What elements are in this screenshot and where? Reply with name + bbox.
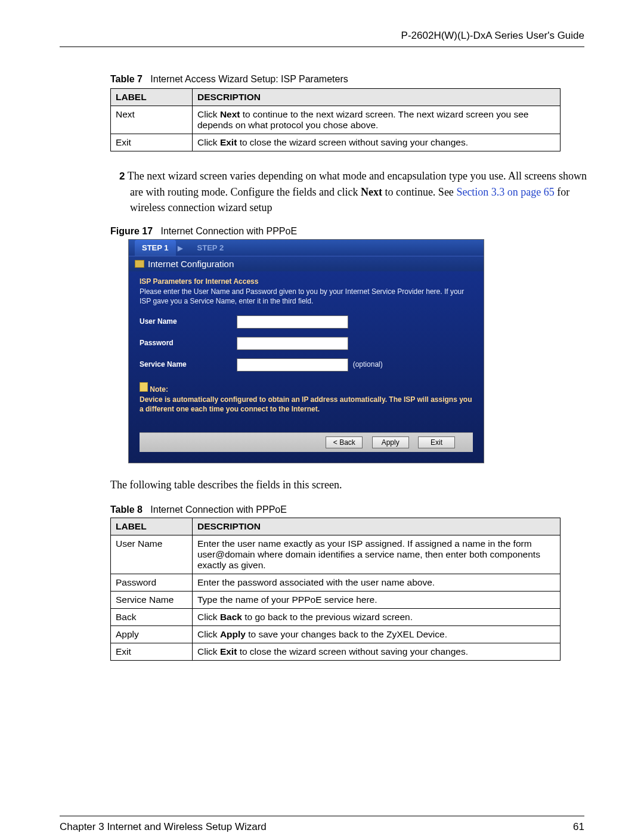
- header-title: P-2602H(W)(L)-DxA Series User's Guide: [60, 30, 584, 47]
- note-icon: [140, 382, 148, 392]
- wizard-screenshot: STEP 1▶STEP 2 Internet Configuration ISP…: [128, 239, 484, 463]
- isp-section-title: ISP Parameters for Internet Access: [140, 277, 473, 286]
- cell-desc: Click Exit to close the wizard screen wi…: [193, 134, 561, 151]
- optional-hint: (optional): [353, 360, 383, 368]
- footer-left: Chapter 3 Internet and Wireless Setup Wi…: [60, 821, 267, 833]
- figure17-title: Figure 17 Internet Connection with PPPoE: [110, 226, 584, 237]
- exit-button[interactable]: Exit: [418, 436, 455, 448]
- cell-desc: Click Next to continue to the next wizar…: [193, 106, 561, 134]
- table7-text: Internet Access Wizard Setup: ISP Parame…: [150, 74, 348, 84]
- cross-reference[interactable]: Section 3.3 on page 65: [456, 186, 554, 198]
- row-service: Service Name (optional): [140, 358, 473, 371]
- body-text: The following table describes the fields…: [110, 479, 584, 491]
- table-row: PasswordEnter the password associated wi…: [111, 574, 561, 591]
- note-block: Note: Device is automatically configured…: [140, 382, 473, 414]
- table8: LABEL DESCRIPTION User NameEnter the use…: [110, 518, 561, 661]
- step-2-tab: STEP 2: [190, 240, 231, 256]
- label-username: User Name: [140, 317, 235, 326]
- cell-label: Exit: [111, 134, 193, 151]
- table7-title: Table 7 Internet Access Wizard Setup: IS…: [110, 74, 584, 85]
- table7: LABEL DESCRIPTION Next Click Next to con…: [110, 88, 561, 151]
- para-num: 2: [119, 171, 125, 182]
- paragraph-2: 2 The next wizard screen varies dependin…: [119, 168, 589, 215]
- footer-rule: [60, 816, 584, 821]
- table-row: Next Click Next to continue to the next …: [111, 106, 561, 134]
- wizard-heading: Internet Configuration: [129, 256, 484, 271]
- th-desc: DESCRIPTION: [193, 89, 561, 106]
- apply-button[interactable]: Apply: [372, 436, 409, 448]
- table-row: Exit Click Exit to close the wizard scre…: [111, 134, 561, 151]
- step-1-tab: STEP 1: [135, 240, 176, 256]
- note-label: Note:: [150, 385, 168, 394]
- table-row: ApplyClick Apply to save your changes ba…: [111, 625, 561, 643]
- chevron-right-icon: ▶: [178, 244, 182, 252]
- wizard-step-bar: STEP 1▶STEP 2: [129, 240, 484, 256]
- isp-section-desc: Please enter the User Name and Password …: [140, 287, 473, 306]
- page: P-2602H(W)(L)-DxA Series User's Guide Ta…: [0, 0, 644, 833]
- label-service: Service Name: [140, 360, 235, 368]
- table8-title: Table 8 Internet Connection with PPPoE: [110, 504, 584, 515]
- table7-prefix: Table 7: [110, 74, 143, 84]
- header-rule: [60, 47, 584, 47]
- password-input[interactable]: [237, 337, 348, 350]
- th-label: LABEL: [111, 89, 193, 106]
- th-label: LABEL: [111, 518, 193, 535]
- th-desc: DESCRIPTION: [193, 518, 561, 535]
- wizard-body: ISP Parameters for Internet Access Pleas…: [129, 271, 484, 463]
- table-row: User NameEnter the user name exactly as …: [111, 535, 561, 574]
- username-input[interactable]: [237, 315, 348, 329]
- service-input[interactable]: [237, 358, 348, 371]
- label-password: Password: [140, 339, 235, 347]
- table-row: ExitClick Exit to close the wizard scree…: [111, 643, 561, 660]
- cell-label: Next: [111, 106, 193, 134]
- back-button[interactable]: < Back: [326, 436, 363, 448]
- folder-icon: [135, 260, 144, 268]
- wizard-footer: < Back Apply Exit: [140, 432, 473, 452]
- row-username: User Name: [140, 315, 473, 329]
- table-row: Service NameType the name of your PPPoE …: [111, 591, 561, 608]
- note-text: Device is automatically configured to ob…: [140, 395, 473, 414]
- page-number: 61: [573, 821, 584, 833]
- footer: Chapter 3 Internet and Wireless Setup Wi…: [60, 821, 584, 833]
- table-row: BackClick Back to go back to the previou…: [111, 608, 561, 625]
- row-password: Password: [140, 337, 473, 350]
